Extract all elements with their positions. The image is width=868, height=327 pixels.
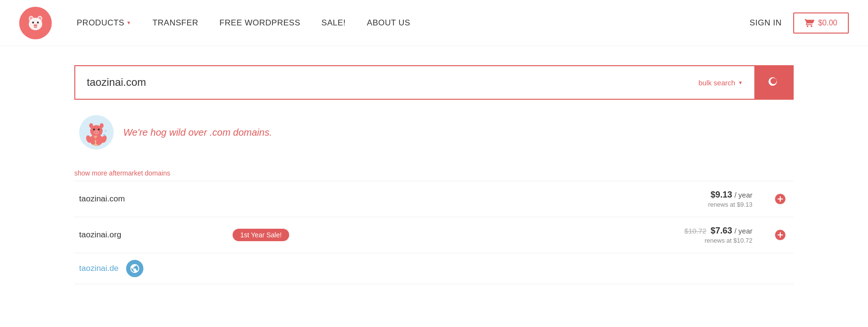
domain-name-partial: taozinai.de	[79, 264, 118, 273]
nav-transfer-label: TRANSFER	[152, 18, 199, 28]
main-nav: PRODUCTS ▼ TRANSFER FREE WORDPRESS SALE!…	[66, 18, 750, 28]
domain-name: taozinai.org	[79, 230, 223, 240]
bulk-search-button[interactable]: bulk search ▼	[687, 79, 754, 87]
globe-icon	[129, 263, 140, 274]
nav-free-wordpress[interactable]: FREE WORDPRESS	[209, 18, 311, 28]
nav-free-wordpress-label: FREE WORDPRESS	[220, 18, 301, 28]
svg-point-5	[32, 22, 34, 23]
svg-point-7	[34, 24, 37, 27]
nav-sale-label: SALE!	[321, 18, 346, 28]
svg-point-19	[94, 131, 99, 134]
promo-section: ✦ ✦ We're hog wild over .com domains.	[74, 115, 794, 150]
logo[interactable]	[19, 7, 52, 39]
svg-point-9	[36, 25, 37, 26]
svg-point-21	[97, 132, 98, 133]
svg-point-8	[35, 25, 35, 26]
search-icon	[767, 76, 780, 89]
domain-list: taozinai.com $9.13 / year renews at $9.1…	[74, 181, 794, 284]
domain-price-per: / year	[734, 191, 752, 199]
search-input[interactable]	[75, 76, 687, 89]
domain-renews: renews at $9.13	[708, 201, 752, 208]
sign-in-button[interactable]: SIGN IN	[750, 18, 782, 28]
bulk-search-dropdown-arrow: ▼	[738, 80, 743, 85]
nav-products[interactable]: PRODUCTS ▼	[66, 18, 142, 28]
domain-original-price: $10.72	[684, 227, 706, 235]
header: PRODUCTS ▼ TRANSFER FREE WORDPRESS SALE!…	[0, 0, 868, 46]
add-to-cart-button-2[interactable]	[772, 226, 789, 244]
domain-price-per: / year	[734, 227, 752, 235]
domain-sale-price: $7.63	[711, 226, 732, 235]
header-right: SIGN IN $0.00	[750, 12, 849, 34]
plus-icon	[774, 229, 786, 241]
domain-renews: renews at $10.72	[684, 237, 752, 244]
domain-price-display: $10.72 $7.63 / year renews at $10.72	[684, 226, 752, 244]
table-row-partial: taozinai.de	[74, 253, 794, 284]
domain-price-value: $9.13	[711, 190, 732, 199]
svg-point-17	[93, 128, 95, 130]
nav-about-us-label: ABOUT US	[367, 18, 411, 28]
search-submit-button[interactable]	[754, 65, 793, 100]
domain-price-display: $9.13 / year renews at $9.13	[708, 190, 752, 208]
add-to-cart-button-1[interactable]	[772, 190, 789, 208]
domain-name: taozinai.com	[79, 194, 223, 204]
logo-circle	[19, 7, 52, 39]
svg-point-6	[37, 22, 39, 23]
main-content: bulk search ▼	[50, 46, 818, 284]
plus-icon	[774, 193, 786, 205]
nav-about-us[interactable]: ABOUT US	[356, 18, 421, 28]
svg-point-20	[95, 132, 96, 133]
table-row: taozinai.org 1st Year Sale! $10.72 $7.63…	[74, 217, 794, 253]
svg-point-15	[89, 123, 93, 128]
domain-pricing: $10.72 $7.63 / year renews at $10.72	[684, 226, 752, 244]
cart-total: $0.00	[818, 19, 837, 27]
logo-icon	[25, 12, 46, 34]
bulk-search-label: bulk search	[698, 79, 735, 87]
nav-sale[interactable]: SALE!	[311, 18, 356, 28]
promo-text: We're hog wild over .com domains.	[123, 127, 272, 138]
hog-icon: ✦ ✦	[79, 115, 114, 150]
svg-text:✦: ✦	[104, 129, 107, 133]
cart-icon	[805, 18, 814, 28]
nav-products-label: PRODUCTS	[77, 18, 124, 28]
show-more-aftermarket-link[interactable]: show more aftermarket domains	[74, 169, 170, 177]
products-dropdown-arrow: ▼	[126, 20, 131, 25]
search-bar: bulk search ▼	[74, 65, 794, 100]
table-row: taozinai.com $9.13 / year renews at $9.1…	[74, 181, 794, 217]
svg-point-23	[93, 144, 98, 146]
domain-pricing: $9.13 / year renews at $9.13	[708, 190, 752, 208]
cart-button[interactable]: $0.00	[793, 12, 849, 34]
svg-rect-22	[95, 140, 96, 145]
nav-transfer[interactable]: TRANSFER	[142, 18, 209, 28]
partial-domain-icon	[126, 260, 143, 277]
hog-avatar: ✦ ✦	[79, 115, 114, 150]
svg-point-18	[98, 128, 100, 130]
svg-point-16	[100, 123, 104, 128]
domain-sale-badge: 1st Year Sale!	[233, 229, 289, 241]
